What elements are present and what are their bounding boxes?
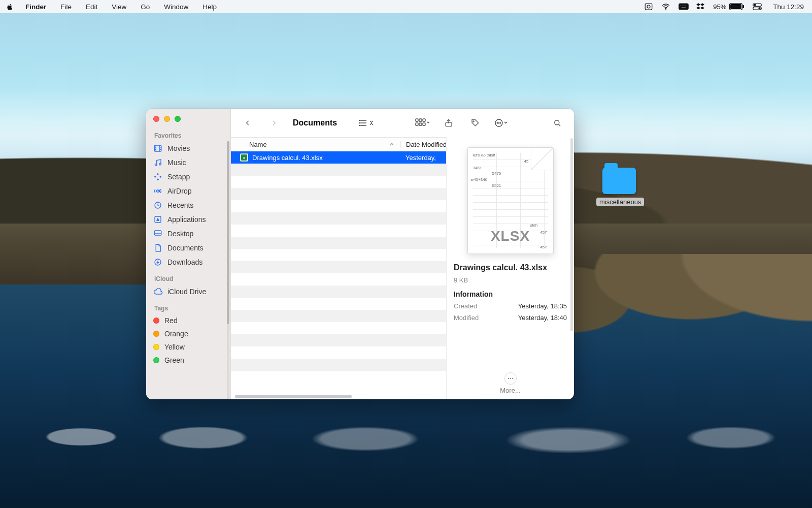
menubar-go[interactable]: Go: [138, 2, 153, 12]
sidebar-heading-icloud: iCloud: [146, 269, 230, 284]
preview-scroll-thumb[interactable]: [570, 138, 573, 331]
svg-point-46: [510, 378, 511, 379]
documents-icon: [153, 243, 162, 252]
horizontal-scroll-thumb[interactable]: [235, 395, 352, 398]
sidebar-tag-orange[interactable]: Orange: [146, 327, 230, 340]
rows-container: X Drawings calcul. 43.xlsx Yesterday,: [231, 151, 446, 393]
sidebar-item-setapp[interactable]: Setapp: [146, 170, 230, 184]
more-label[interactable]: More...: [454, 387, 567, 394]
keyboard-icon[interactable]: [679, 2, 688, 11]
menubar-help[interactable]: Help: [199, 2, 220, 12]
group-menu-button[interactable]: [414, 116, 431, 130]
sidebar-label: Setapp: [167, 173, 190, 181]
preview-modified-value: Yesterday, 18:40: [518, 314, 567, 322]
menubar-window[interactable]: Window: [161, 2, 191, 12]
menubar-clock[interactable]: Thu 12:29: [770, 2, 807, 12]
sidebar-label: Downloads: [167, 258, 202, 266]
menubar-edit[interactable]: Edit: [83, 2, 100, 12]
action-menu-button[interactable]: [493, 116, 510, 130]
finder-window: Favorites Movies Music Setapp AirDrop Re…: [146, 109, 574, 399]
more-actions-button[interactable]: [504, 372, 517, 385]
svg-point-29: [359, 125, 360, 126]
dropbox-icon[interactable]: [696, 2, 705, 11]
svg-point-47: [512, 378, 513, 379]
recents-icon: [153, 201, 162, 210]
battery-percent: 95%: [713, 3, 726, 11]
share-button[interactable]: [440, 116, 457, 130]
sidebar-label: iCloud Drive: [167, 288, 206, 296]
search-button[interactable]: [549, 116, 566, 130]
sidebar-tag-red[interactable]: Red: [146, 314, 230, 327]
svg-rect-33: [416, 123, 418, 125]
thumb-cell: sfdh: [530, 223, 537, 228]
svg-text:X: X: [243, 156, 245, 160]
sidebar-label: Documents: [167, 244, 204, 252]
thumb-cell: 5521: [492, 183, 501, 188]
folder-icon: [602, 168, 636, 194]
preview-modified-label: Modified: [454, 314, 479, 322]
column-header-name[interactable]: Name: [231, 141, 400, 148]
sidebar-item-downloads[interactable]: Downloads: [146, 255, 230, 269]
tag-dot-icon: [153, 357, 159, 363]
toolbar: Documents: [231, 109, 574, 137]
sidebar-item-icloud-drive[interactable]: iCloud Drive: [146, 284, 230, 299]
control-center-icon[interactable]: [753, 2, 762, 11]
table-row: [231, 310, 446, 322]
svg-rect-15: [154, 145, 161, 151]
sidebar-item-recents[interactable]: Recents: [146, 198, 230, 212]
desktop-folder-label: miscellaneous: [596, 198, 644, 206]
table-row: [231, 188, 446, 200]
svg-rect-18: [157, 173, 159, 175]
sidebar-item-airdrop[interactable]: AirDrop: [146, 184, 230, 198]
svg-rect-32: [423, 119, 425, 121]
sidebar-item-music[interactable]: Music: [146, 155, 230, 170]
sidebar-item-movies[interactable]: Movies: [146, 141, 230, 155]
svg-rect-34: [419, 123, 422, 125]
svg-point-41: [500, 122, 501, 123]
close-button[interactable]: [153, 116, 159, 122]
sidebar-tag-yellow[interactable]: Yellow: [146, 340, 230, 354]
menubar-file[interactable]: File: [57, 2, 75, 12]
svg-rect-31: [419, 119, 422, 121]
horizontal-scrollbar[interactable]: [231, 393, 446, 399]
file-row[interactable]: X Drawings calcul. 43.xlsx Yesterday,: [231, 151, 446, 164]
table-row: [231, 273, 446, 285]
zoom-button[interactable]: [175, 116, 181, 122]
preview-pane: let's do this!! 45 346+ 5476 w45+346 552…: [446, 137, 574, 399]
cloud-icon: [153, 287, 162, 296]
tags-button[interactable]: [466, 116, 484, 130]
svg-rect-35: [423, 123, 425, 125]
file-date: Yesterday,: [400, 154, 446, 162]
svg-rect-5: [683, 5, 684, 6]
view-list-button[interactable]: [358, 116, 375, 130]
sidebar-tag-green[interactable]: Green: [146, 354, 230, 367]
sidebar-label: Applications: [167, 215, 206, 224]
apple-menu-icon[interactable]: [5, 2, 14, 11]
svg-rect-30: [416, 119, 418, 121]
applications-icon: [153, 215, 162, 224]
sidebar-item-applications[interactable]: Applications: [146, 212, 230, 227]
thumb-cell: 5476: [492, 171, 501, 176]
menubar-view[interactable]: View: [109, 2, 129, 12]
sidebar-label: Music: [167, 158, 186, 167]
battery-status[interactable]: 95%: [713, 3, 745, 11]
menubar-app[interactable]: Finder: [22, 2, 49, 12]
sidebar-scroll-thumb[interactable]: [227, 141, 229, 324]
sidebar-item-desktop[interactable]: Desktop: [146, 227, 230, 241]
desktop-folder[interactable]: miscellaneous: [596, 168, 642, 206]
nav-back-button[interactable]: [239, 116, 256, 130]
bg-foam: [0, 417, 812, 457]
sidebar-item-documents[interactable]: Documents: [146, 241, 230, 255]
nav-forward-button[interactable]: [265, 116, 283, 130]
column-header-date[interactable]: Date Modified: [400, 141, 446, 148]
wifi-icon[interactable]: [661, 2, 670, 11]
svg-rect-20: [154, 176, 156, 178]
svg-point-2: [665, 9, 666, 10]
sidebar-heading-favorites: Favorites: [146, 126, 230, 141]
svg-point-45: [508, 378, 509, 379]
table-row: [231, 334, 446, 346]
setapp-icon: [153, 172, 162, 181]
minimize-button[interactable]: [164, 116, 170, 122]
table-row: [231, 346, 446, 359]
screenshot-icon[interactable]: [644, 2, 653, 11]
